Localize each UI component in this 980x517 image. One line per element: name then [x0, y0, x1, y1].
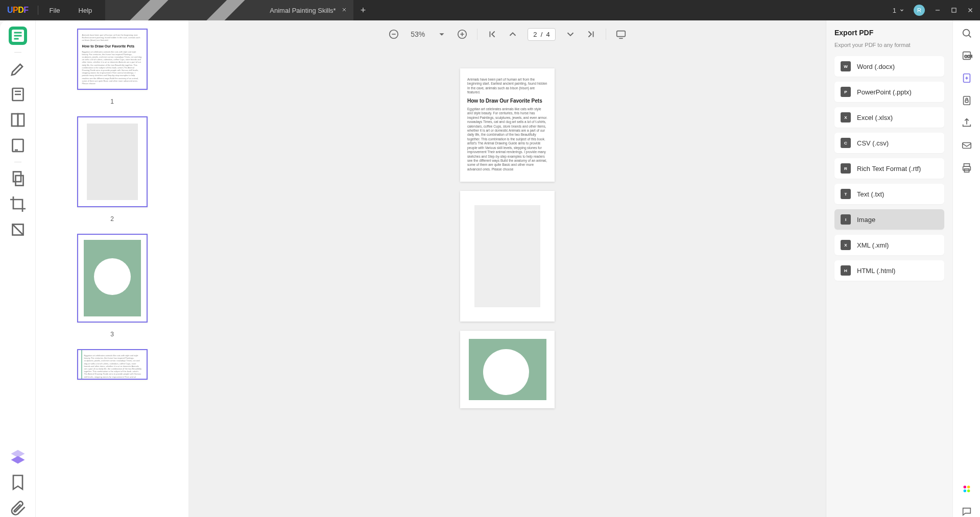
- view-toolbar: 53% 2 / 4: [189, 20, 826, 48]
- dog-sketch-image: [474, 205, 540, 307]
- page-3: [460, 331, 555, 408]
- export-panel: Export PDF Export your PDF to any format…: [826, 20, 952, 517]
- svg-rect-4: [14, 38, 18, 40]
- export-icon[interactable]: [961, 72, 972, 84]
- titlebar-right: 1 R: [893, 5, 980, 16]
- chevron-down-icon: [899, 7, 904, 14]
- thumbnail-label: 2: [110, 215, 114, 223]
- new-tab-button[interactable]: +: [353, 5, 373, 16]
- redact-tool[interactable]: [9, 220, 27, 239]
- last-page-button[interactable]: [585, 29, 596, 40]
- ai-assistant-icon[interactable]: [961, 483, 972, 495]
- thumbnail-page-2[interactable]: [77, 116, 148, 207]
- thumbnail-page-3[interactable]: [77, 234, 148, 323]
- svg-rect-3: [14, 35, 21, 37]
- export-rtf[interactable]: RRich Text Format (.rtf): [834, 158, 944, 179]
- form-tool[interactable]: [9, 136, 27, 155]
- titlebar: UPDF File Help Animal Painting Skills* +…: [0, 0, 980, 20]
- rail-divider: [14, 52, 21, 53]
- toolbar-divider: [606, 29, 606, 40]
- attachments-tool[interactable]: [9, 499, 27, 517]
- minimize-icon[interactable]: [934, 7, 941, 14]
- export-powerpoint[interactable]: PPowerPoint (.pptx): [834, 82, 944, 102]
- word-icon: W: [841, 61, 851, 71]
- export-word[interactable]: WWord (.docx): [834, 56, 944, 77]
- thumbnail-label: 3: [110, 331, 114, 338]
- tab-group: Animal Painting Skills* +: [105, 0, 373, 20]
- svg-rect-9: [13, 172, 21, 182]
- powerpoint-icon: P: [841, 87, 851, 97]
- thumbnail-page-4[interactable]: Egyptian art celebrates animals like cat…: [77, 349, 148, 380]
- export-html[interactable]: HHTML (.html): [834, 260, 944, 281]
- thumbnail-page-1[interactable]: Animals have been part of human art from…: [77, 29, 148, 90]
- organize-pages-tool[interactable]: [9, 169, 27, 188]
- prev-page-button[interactable]: [507, 29, 518, 40]
- svg-rect-7: [18, 114, 24, 126]
- zoom-out-button[interactable]: [388, 29, 399, 40]
- dog-sketch-thumb: [87, 124, 138, 200]
- crop-tool[interactable]: [9, 195, 27, 213]
- presentation-button[interactable]: [615, 29, 627, 40]
- flower-dog-image: [469, 339, 546, 400]
- menu-help[interactable]: Help: [69, 7, 102, 14]
- first-page-button[interactable]: [487, 29, 498, 40]
- export-xml[interactable]: XXML (.xml): [834, 235, 944, 255]
- zoom-dropdown-icon[interactable]: [436, 29, 447, 40]
- share-icon[interactable]: [961, 117, 972, 129]
- image-icon: I: [841, 214, 851, 225]
- rail-divider: [14, 162, 21, 162]
- svg-point-27: [963, 489, 966, 493]
- thumbnail-label: 1: [110, 98, 114, 105]
- ocr-icon[interactable]: OCR: [961, 50, 972, 61]
- page-layout-tool[interactable]: [9, 111, 27, 129]
- thumbnail-panel: Animals have been part of human art from…: [36, 20, 189, 517]
- close-window-icon[interactable]: [967, 7, 974, 14]
- document-area: 53% 2 / 4 Animals have been part of huma…: [189, 20, 826, 517]
- export-excel[interactable]: XExcel (.xlsx): [834, 107, 944, 128]
- svg-point-25: [963, 486, 966, 489]
- toolbar-divider: [477, 29, 477, 40]
- svg-rect-10: [15, 176, 23, 186]
- email-icon[interactable]: [961, 140, 972, 151]
- print-icon[interactable]: [961, 162, 972, 174]
- svg-rect-2: [14, 32, 21, 34]
- export-panel-title: Export PDF: [834, 29, 944, 37]
- menu-file[interactable]: File: [40, 7, 69, 14]
- text-icon: T: [841, 189, 851, 199]
- svg-point-15: [963, 30, 969, 36]
- right-tool-rail: OCR: [952, 20, 980, 517]
- export-image[interactable]: IImage: [834, 209, 944, 230]
- svg-rect-6: [12, 114, 18, 126]
- reader-tool[interactable]: [9, 27, 27, 45]
- search-icon[interactable]: [961, 28, 972, 39]
- zoom-in-button[interactable]: [457, 29, 468, 40]
- protect-icon[interactable]: [961, 95, 972, 106]
- app-logo: UPDF: [0, 6, 36, 15]
- tab-title: Animal Painting Skills*: [270, 7, 336, 14]
- document-viewport[interactable]: Animals have been part of human art from…: [189, 48, 826, 517]
- edit-text-tool[interactable]: [9, 85, 27, 104]
- page-indicator[interactable]: 2 / 4: [528, 28, 556, 41]
- export-csv[interactable]: CCSV (.csv): [834, 133, 944, 153]
- export-text[interactable]: TText (.txt): [834, 184, 944, 204]
- xml-icon: X: [841, 240, 851, 250]
- document-tab[interactable]: Animal Painting Skills*: [105, 0, 353, 20]
- user-avatar[interactable]: R: [914, 5, 925, 16]
- svg-point-26: [967, 486, 970, 489]
- layers-tool[interactable]: [9, 448, 27, 466]
- svg-text:OCR: OCR: [964, 54, 972, 59]
- html-icon: H: [841, 265, 851, 276]
- close-icon[interactable]: [341, 7, 347, 14]
- page-2: [460, 191, 555, 322]
- page-1: Animals have been part of human art from…: [460, 68, 555, 182]
- highlight-tool[interactable]: [9, 60, 27, 78]
- csv-icon: C: [841, 138, 851, 148]
- svg-rect-0: [952, 8, 956, 12]
- comment-icon[interactable]: [961, 506, 972, 517]
- bookmarks-tool[interactable]: [9, 473, 27, 491]
- svg-rect-19: [963, 96, 970, 105]
- zoom-value: 53%: [409, 30, 427, 38]
- maximize-icon[interactable]: [950, 7, 958, 14]
- next-page-button[interactable]: [565, 29, 576, 40]
- open-docs-count[interactable]: 1: [893, 7, 904, 14]
